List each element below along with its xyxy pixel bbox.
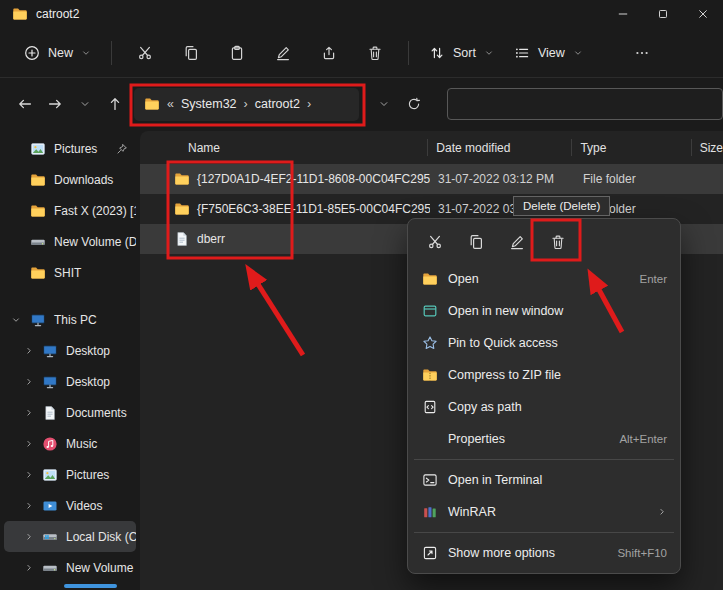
paste-button[interactable] [214,36,260,70]
chevron-down-icon[interactable] [11,315,21,325]
breadcrumb-overflow-chevron[interactable]: « [167,97,174,111]
file-type: File folder [575,172,695,186]
chevron-right-icon[interactable] [24,346,34,356]
copy-button[interactable] [168,36,214,70]
menu-item-winrar[interactable]: WinRAR [412,496,676,528]
up-button[interactable] [100,89,129,119]
share-button[interactable] [306,36,352,70]
folder-icon [30,172,46,188]
new-button[interactable]: New [14,38,101,68]
sidebar-item-local-disk-c[interactable]: Local Disk (C:) [4,521,136,552]
back-button[interactable] [10,89,39,119]
horizontal-scrollbar-thumb[interactable] [64,584,117,588]
column-header-size[interactable]: Size [692,131,723,164]
forward-button[interactable] [40,89,69,119]
cut-button[interactable] [416,225,454,258]
sort-button[interactable]: Sort [419,38,504,68]
explorer-window: catroot2 New Sort View [0,0,723,590]
videos-icon [42,498,58,514]
chevron-right-icon[interactable] [24,532,34,542]
delete-button[interactable] [352,36,398,70]
sidebar-item-fast-x[interactable]: Fast X (2023) [1... [4,195,136,226]
see-more-button[interactable] [619,36,665,70]
sidebar-item-music[interactable]: Music [4,428,136,459]
menu-item-show-more-options[interactable]: Show more options Shift+F10 [412,537,676,569]
sidebar-item-desktop-2[interactable]: Desktop [4,366,136,397]
sidebar-item-new-volume-d[interactable]: New Volume (D... [4,552,136,583]
menu-item-compress-to-zip[interactable]: Compress to ZIP file [412,359,676,391]
sidebar-item-label: Downloads [54,173,113,187]
column-header-date-modified[interactable]: Date modified [428,131,572,164]
drive-icon [42,560,58,576]
close-button[interactable] [683,0,723,28]
menu-item-open[interactable]: Open Enter [412,263,676,295]
breadcrumb-segment-catroot2[interactable]: catroot2 [255,97,300,111]
refresh-button[interactable] [399,89,428,119]
chevron-right-icon[interactable] [24,470,34,480]
menu-item-properties[interactable]: Properties Alt+Enter [412,423,676,455]
cut-button[interactable] [122,36,168,70]
breadcrumb-separator[interactable]: › [307,97,311,111]
sidebar-item-pictures-pinned[interactable]: Pictures [4,133,136,164]
copy-icon [183,45,199,61]
sidebar-item-new-volume[interactable]: New Volume (D... [4,226,136,257]
breadcrumb-segment-system32[interactable]: System32 [181,97,237,111]
chevron-right-icon[interactable] [24,439,34,449]
menu-item-open-in-new-window[interactable]: Open in new window [412,295,676,327]
forward-arrow-icon [47,96,63,112]
sidebar-item-shit[interactable]: SHIT [4,257,136,288]
plus-circle-icon [24,45,40,61]
rename-icon [275,45,291,61]
sidebar-item-label: Videos [66,499,102,513]
menu-item-shortcut: Alt+Enter [619,433,667,445]
column-header-type[interactable]: Type [572,131,691,164]
context-menu-icon-bar [412,223,676,263]
sidebar-item-videos[interactable]: Videos [4,490,136,521]
toolbar-separator [408,41,409,65]
sidebar-item-documents[interactable]: Documents [4,397,136,428]
folder-icon [30,203,46,219]
desktop-icon [42,343,58,359]
recent-locations-button[interactable] [70,89,99,119]
column-header-name[interactable]: Name [140,131,428,164]
sidebar-item-downloads[interactable]: Downloads [4,164,136,195]
ellipsis-icon [634,45,650,61]
sidebar-item-label: Pictures [54,142,97,156]
chevron-right-icon[interactable] [24,408,34,418]
chevron-right-icon[interactable] [24,563,34,573]
menu-item-label: Show more options [448,546,555,560]
menu-item-label: Pin to Quick access [448,336,558,350]
minimize-button[interactable] [603,0,643,28]
address-dropdown-button[interactable] [369,89,398,119]
rename-button[interactable] [498,225,536,258]
folder-icon [12,6,28,22]
sidebar-item-this-pc[interactable]: This PC [4,304,136,335]
sidebar-item-label: Local Disk (C:) [66,530,136,544]
delete-button[interactable] [539,225,577,258]
terminal-icon [421,472,438,488]
sidebar-item-pictures[interactable]: Pictures [4,459,136,490]
sidebar-item-desktop[interactable]: Desktop [4,335,136,366]
chevron-right-icon[interactable] [24,501,34,511]
show-more-icon [421,545,438,561]
file-row-127d0a1d[interactable]: {127D0A1D-4EF2-11D1-8608-00C04FC295... 3… [140,164,723,194]
maximize-button[interactable] [643,0,683,28]
cut-icon [137,45,153,61]
chevron-down-icon [484,48,494,58]
breadcrumb-separator[interactable]: › [244,97,248,111]
rename-button[interactable] [260,36,306,70]
copy-button[interactable] [457,225,495,258]
sidebar-group-gap [0,288,140,304]
view-button[interactable]: View [504,38,593,68]
window-title: catroot2 [36,7,79,21]
menu-item-copy-as-path[interactable]: Copy as path [412,391,676,423]
breadcrumb[interactable]: « System32 › catroot2 › [134,88,359,121]
search-input[interactable] [447,88,723,120]
sidebar-item-label: Desktop [66,375,110,389]
chevron-right-icon[interactable] [24,377,34,387]
column-headers: Name Date modified Type Size [140,131,723,164]
context-menu: Open Enter Open in new window Pin to Qui… [407,218,681,574]
menu-separator [414,459,674,460]
menu-item-pin-to-quick-access[interactable]: Pin to Quick access [412,327,676,359]
menu-item-open-in-terminal[interactable]: Open in Terminal [412,464,676,496]
